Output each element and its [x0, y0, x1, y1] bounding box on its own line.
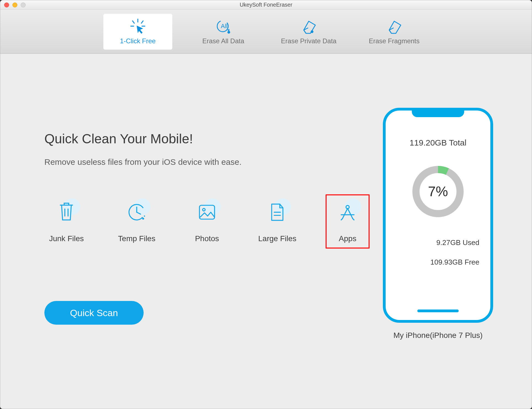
- storage-total: 119.20GB Total: [410, 138, 466, 147]
- category-label: Apps: [339, 234, 356, 243]
- tab-erase-all-data[interactable]: All Erase All Data: [189, 14, 258, 50]
- cursor-click-icon: [128, 18, 147, 35]
- erase-fragments-icon: [385, 18, 404, 35]
- storage-ring: 7%: [410, 164, 466, 219]
- main-tabs: 1-Click Free All Erase All Data: [0, 10, 532, 54]
- quick-scan-button[interactable]: Quick Scan: [44, 301, 144, 325]
- svg-rect-15: [200, 205, 215, 219]
- erase-all-icon: All: [214, 18, 233, 35]
- category-junk-files[interactable]: Junk Files: [44, 194, 88, 249]
- svg-line-1: [133, 21, 134, 23]
- page-headline: Quick Clean Your Mobile!: [44, 131, 370, 146]
- tab-erase-private-data[interactable]: Erase Private Data: [274, 14, 343, 50]
- category-label: Large Files: [258, 234, 297, 243]
- device-name: My iPhone(iPhone 7 Plus): [377, 331, 499, 340]
- storage-used: 9.27GB Used: [386, 238, 490, 247]
- category-large-files[interactable]: Large Files: [255, 194, 299, 249]
- svg-point-9: [311, 30, 313, 33]
- trash-icon: [58, 203, 75, 222]
- file-icon: [270, 203, 285, 222]
- svg-line-20: [341, 219, 343, 220]
- category-photos[interactable]: Photos: [185, 194, 229, 249]
- phone-notch: [412, 108, 464, 117]
- app-window: UkeySoft FoneEraser 1-Click Free: [0, 0, 532, 409]
- category-label: Junk Files: [49, 234, 84, 243]
- tab-label: Erase Private Data: [281, 37, 336, 45]
- svg-line-12: [137, 212, 141, 214]
- svg-point-14: [144, 216, 145, 217]
- category-row: Junk Files Temp Files: [44, 194, 370, 249]
- content-area: Quick Clean Your Mobile! Remove useless …: [0, 54, 532, 409]
- tab-label: 1-Click Free: [120, 37, 155, 45]
- photo-icon: [198, 203, 216, 221]
- tab-1click-free[interactable]: 1-Click Free: [103, 14, 172, 50]
- title-bar: UkeySoft FoneEraser: [0, 0, 532, 10]
- window-title: UkeySoft FoneEraser: [0, 2, 532, 8]
- category-label: Temp Files: [118, 234, 155, 243]
- tab-label: Erase All Data: [202, 37, 244, 45]
- svg-text:All: All: [221, 23, 227, 29]
- erase-private-icon: [299, 18, 318, 35]
- tab-label: Erase Fragments: [369, 37, 420, 45]
- storage-percent: 7%: [410, 164, 466, 219]
- svg-point-13: [142, 218, 144, 220]
- category-apps[interactable]: Apps: [326, 194, 370, 249]
- phone-homebar: [417, 310, 459, 312]
- svg-point-16: [203, 208, 205, 211]
- page-subhead: Remove useless files from your iOS devic…: [44, 157, 370, 167]
- phone-outline: 119.20GB Total 7% 9.27GB Used 109.93GB F…: [383, 108, 493, 323]
- svg-point-8: [227, 31, 230, 34]
- svg-line-2: [141, 21, 143, 23]
- tab-erase-fragments[interactable]: Erase Fragments: [360, 14, 429, 50]
- clock-icon: [127, 203, 146, 222]
- apps-icon: [338, 203, 357, 222]
- device-panel: 119.20GB Total 7% 9.27GB Used 109.93GB F…: [377, 108, 499, 340]
- category-temp-files[interactable]: Temp Files: [115, 194, 159, 249]
- svg-line-21: [353, 219, 354, 220]
- category-label: Photos: [195, 234, 219, 243]
- storage-free: 109.93GB Free: [386, 258, 490, 267]
- left-panel: Quick Clean Your Mobile! Remove useless …: [44, 131, 370, 325]
